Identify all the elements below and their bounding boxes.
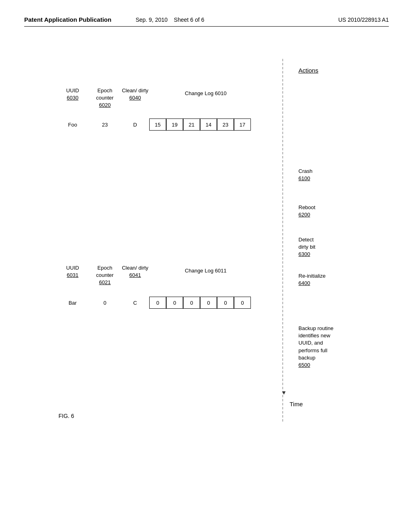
foo-cell-4: 23: [217, 118, 234, 131]
action-reinitialize: Re-initialize 6400: [298, 272, 325, 287]
action-backup-label: Backup routine: [298, 325, 334, 332]
foo-cell-2: 21: [183, 118, 200, 131]
changelog-label-2: Change Log 6011: [149, 264, 262, 274]
foo-cell-3: 14: [200, 118, 217, 131]
fig-label: FIG. 6: [58, 413, 74, 419]
epoch-column-header-1: Epoch counter 6020: [89, 87, 121, 109]
clean-column-header-2: Clean/ dirty 6041: [121, 264, 149, 279]
diagram-area: Actions UUID 6030 Epoch counter 6020 Cle…: [24, 59, 389, 462]
uuid-column-header-2: UUID 6031: [56, 264, 89, 279]
action-backup-label3: UUID, and: [298, 339, 334, 347]
foo-epoch: 23: [89, 122, 121, 128]
action-crash: Crash 6100: [298, 168, 313, 182]
action-backup-label2: identifies new: [298, 332, 334, 339]
bar-cell-3: 0: [200, 297, 217, 309]
action-crash-ref: 6100: [298, 175, 313, 182]
patent-number: US 2010/228913 A1: [338, 17, 389, 23]
timeline-arrow: ▼: [281, 389, 287, 396]
uuid-column-header-1: UUID 6030: [56, 87, 89, 102]
action-backup: Backup routine identifies new UUID, and …: [298, 325, 334, 369]
changelog-label-1: Change Log 6010: [149, 87, 262, 96]
clean-column-header-1: Clean/ dirty 6040: [121, 87, 149, 102]
foo-clean: D: [121, 122, 149, 128]
action-reboot: Reboot 6200: [298, 204, 315, 218]
bar-cell-4: 0: [217, 297, 234, 309]
action-backup-label4: performs full: [298, 347, 334, 354]
action-detect-label2: dirty bit: [298, 243, 315, 251]
foo-cell-5: 17: [234, 118, 251, 131]
foo-cell-0: 15: [149, 118, 166, 131]
action-reinitialize-ref: 6400: [298, 280, 325, 287]
block1-header: UUID 6030 Epoch counter 6020 Clean/ dirt…: [56, 87, 262, 109]
action-detect-label: Detect: [298, 236, 315, 243]
bar-cell-5: 0: [234, 297, 251, 309]
action-crash-label: Crash: [298, 168, 313, 175]
foo-data-row: Foo 23 D 15 19 21 14 23 17: [56, 118, 251, 131]
action-backup-label5: backup: [298, 354, 334, 362]
time-label: Time: [290, 401, 303, 407]
action-detect-ref: 6300: [298, 251, 315, 258]
foo-uuid: Foo: [56, 122, 89, 128]
page-header: Patent Application Publication Sep. 9, 2…: [24, 16, 389, 27]
bar-cell-2: 0: [183, 297, 200, 309]
foo-cell-1: 19: [166, 118, 183, 131]
bar-cell-1: 0: [166, 297, 183, 309]
publication-title: Patent Application Publication: [24, 16, 111, 23]
bar-changelog-cells: 0 0 0 0 0 0: [149, 297, 251, 309]
page: Patent Application Publication Sep. 9, 2…: [0, 0, 413, 532]
actions-label: Actions: [298, 67, 318, 74]
action-reboot-ref: 6200: [298, 211, 315, 218]
bar-uuid: Bar: [56, 300, 89, 306]
block2-header: UUID 6031 Epoch counter 6021 Clean/ dirt…: [56, 264, 262, 287]
epoch-column-header-2: Epoch counter 6021: [89, 264, 121, 287]
bar-epoch: 0: [89, 300, 121, 306]
action-reinitialize-label: Re-initialize: [298, 272, 325, 280]
action-reboot-label: Reboot: [298, 204, 315, 211]
action-backup-ref: 6500: [298, 362, 334, 369]
publication-date: Sep. 9, 2010 Sheet 6 of 6: [136, 17, 204, 23]
action-detect: Detect dirty bit 6300: [298, 236, 315, 258]
bar-data-row: Bar 0 C 0 0 0 0 0 0: [56, 297, 251, 309]
timeline-line: [282, 59, 283, 422]
bar-cell-0: 0: [149, 297, 166, 309]
foo-changelog-cells: 15 19 21 14 23 17: [149, 118, 251, 131]
bar-clean: C: [121, 300, 149, 306]
